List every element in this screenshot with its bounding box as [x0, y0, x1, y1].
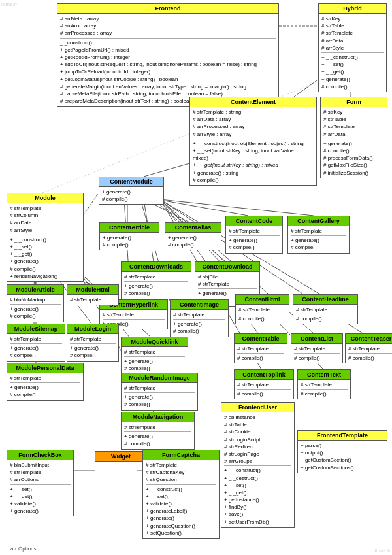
- class-body-hybrid: # strKey # strTable # strTemplate # arrD…: [319, 14, 386, 92]
- method: # compile(): [10, 312, 61, 320]
- class-contentlist: ContentList # strTemplate # compile(): [291, 333, 343, 363]
- attr: # strTemplate: [10, 375, 80, 382]
- class-body-frontendtemplate: + parse() + output() + getCustomSection(…: [298, 441, 387, 473]
- method: # compile(): [348, 354, 392, 362]
- class-modulelogin: ModuleLogin # strTemplate + generate() #…: [67, 324, 119, 362]
- method: + generate(): [70, 345, 116, 352]
- class-header-contentimage: ContentImage: [171, 300, 228, 310]
- attr: # strTemplate: [173, 311, 225, 318]
- attr: # blnSubmitInput: [10, 462, 71, 469]
- class-body-form: # strKey # strTable # strTemplate # arrD…: [321, 107, 387, 178]
- attr: # strTemplate: [323, 123, 384, 130]
- method: + getInstance(): [224, 496, 291, 503]
- method: + generate() : string: [193, 169, 314, 177]
- method: # compile(): [124, 290, 188, 297]
- method: + parse(): [301, 442, 384, 449]
- method: + getPageIdFromUrl() : mixed: [60, 46, 276, 54]
- attr: # arrData: [321, 37, 384, 44]
- method: + generate(): [291, 237, 346, 244]
- class-body-contentelement: # strTemplate : string # arrData : array…: [190, 107, 316, 185]
- class-modulerandomimage: ModuleRandomImage # strTemplate + genera…: [121, 373, 198, 411]
- class-body-contentimage: # strTemplate + generate() # compile(): [171, 310, 228, 337]
- class-header-form: Form: [321, 97, 387, 107]
- class-body-module: # strTemplate # strColumn # arrData # ar…: [7, 203, 83, 281]
- method: # compile(): [168, 241, 218, 248]
- attr: # strTemplate: [146, 462, 216, 469]
- method: + generate(): [321, 76, 384, 83]
- attr: # arrStyle : array: [193, 131, 314, 138]
- attr: # arrStyle: [10, 227, 80, 234]
- method: + generate(): [168, 234, 218, 241]
- class-body-modulepersonaldata: # strTemplate + generate() # compile(): [7, 373, 83, 400]
- class-header-frontenduser: FrontendUser: [221, 403, 294, 412]
- attr: # arrProcessed : array: [60, 29, 276, 37]
- method: + getCustomSections(): [301, 464, 384, 471]
- class-body-modulelogin: # strTemplate + generate() # compile(): [67, 334, 118, 361]
- attr: # strTable: [224, 421, 291, 428]
- method: + _ _set(): [10, 486, 71, 493]
- svg-line-8: [160, 199, 314, 216]
- method: # initializeSession(): [323, 169, 384, 177]
- class-body-formcheckbox: # blnSubmitInput # strTemplate # arrOpti…: [7, 460, 73, 516]
- method: # compile(): [103, 241, 156, 248]
- attr: # strTemplate: [70, 335, 116, 343]
- attr: # strColumn: [10, 212, 80, 219]
- method: + generate(): [124, 394, 195, 401]
- method: # compile(): [301, 390, 348, 397]
- class-body-formcaptcha: # strTemplate # strCaptchaKey # strQuest…: [143, 460, 219, 538]
- class-form: Form # strKey # strTable # strTemplate #…: [320, 97, 387, 178]
- svg-line-7: [157, 199, 248, 216]
- attr: # arrProcessed : array: [193, 123, 314, 130]
- method: + generate(): [10, 507, 71, 514]
- method: + setUserFromDb(): [224, 518, 291, 526]
- method: + generate(): [103, 234, 156, 241]
- class-contentmodule: ContentModule + generate() # compile(): [99, 177, 164, 205]
- class-contenttoplink: ContentToplink # strTemplate # compile(): [234, 369, 294, 399]
- method: + generateLabel(): [146, 507, 216, 514]
- attr: # strRedirect: [224, 443, 291, 450]
- method: + _ _get(inout strKey : string) : mixed: [193, 161, 314, 169]
- class-header-contentalias: ContentAlias: [165, 223, 221, 233]
- attr: # arrData : array: [193, 116, 314, 123]
- attr: # strKey: [323, 109, 384, 116]
- class-header-contentgallery: ContentGallery: [288, 216, 349, 226]
- watermark-tl: itune.fr: [1, 1, 17, 7]
- attr: # strTemplate: [229, 227, 280, 235]
- method: + jumpToOrReload(inout intId : integer): [60, 68, 276, 75]
- method: + _ _construct(): [224, 467, 291, 474]
- method: # compile(): [321, 83, 384, 90]
- attr: # strTemplate: [237, 345, 284, 352]
- method: # compile(): [229, 244, 280, 251]
- method: # compile(): [10, 265, 80, 273]
- class-body-contentgallery: # strTemplate + generate() # compile(): [288, 226, 349, 253]
- method: + getCustomSection(): [301, 456, 384, 463]
- attr: # strCookie: [224, 428, 291, 435]
- attr: # blnNoMarkup: [10, 296, 61, 303]
- class-body-modulesitemap: # strTemplate + generate() # compile(): [7, 334, 65, 361]
- class-frontenduser: FrontendUser # objInstance # strTable # …: [221, 402, 295, 528]
- class-body-contentcode: # strTemplate + generate() # compile(): [226, 226, 282, 253]
- method: # compile(): [238, 315, 286, 322]
- watermark-br: itune.fr: [375, 548, 391, 554]
- method: + generate(): [323, 140, 384, 147]
- method: # compile(): [296, 315, 355, 322]
- method: + _ _set(inout strKey : string, inout va…: [193, 147, 314, 161]
- attr: # arrMeta : array: [60, 15, 276, 22]
- class-header-modulenavigation: ModuleNavigation: [122, 412, 194, 422]
- attr: # strTemplate: [124, 384, 195, 392]
- method: # compile(): [70, 352, 116, 359]
- method: + addToUrl(inout strRequest : string, in…: [60, 61, 276, 68]
- method: + _ _get(): [224, 489, 291, 496]
- class-contentalias: ContentAlias + generate() # compile(): [165, 222, 221, 250]
- method: + renderNavigation(): [10, 273, 80, 280]
- class-header-modulehtml: ModuleHtml: [67, 285, 118, 295]
- attr: # strTemplate : string: [193, 109, 314, 116]
- class-body-contentarticle: + generate() # compile(): [100, 233, 159, 250]
- method: # generateMargin(inout arrValues : array…: [60, 83, 276, 90]
- method: # compile(): [124, 401, 195, 408]
- class-body-contentdownloads: # strTemplate + generate() # compile(): [122, 272, 191, 299]
- class-body-contenttoplink: # strTemplate # compile(): [235, 380, 293, 399]
- class-contenttable: ContentTable # strTemplate # compile(): [234, 333, 287, 363]
- method: + _ _construct(inout objElement : object…: [193, 140, 314, 147]
- attr: # strTemplate: [124, 273, 188, 280]
